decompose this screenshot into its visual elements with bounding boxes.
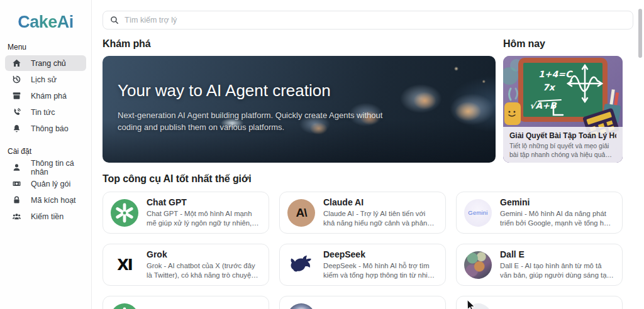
person-icon (12, 163, 21, 172)
today-card-caption: Giải Quyết Bài Tập Toán Lý Hóa Tiết lộ n… (503, 127, 623, 163)
search-input[interactable] (125, 16, 626, 24)
today-card-description: Tiết lộ những bí quyết và mẹo giải bài t… (509, 142, 616, 159)
search-icon (110, 16, 119, 24)
tool-description: Claude AI - Trợ lý AI tiên tiến với khả … (323, 209, 438, 228)
lock-icon (12, 195, 21, 205)
tool-card-grok[interactable]: XIGrokGrok - AI chatbot của X (trước đây… (103, 244, 269, 286)
sidebar-item-label: Quản lý gói (31, 180, 70, 188)
bell-icon (12, 124, 21, 133)
tool-description: Chat GPT - Một mô hình AI mạnh mẽ giúp x… (147, 209, 261, 228)
dalle-logo (464, 251, 492, 279)
tool-card-deepseek[interactable]: DeepSeekDeepSeek - Mô hình AI hỗ trợ tìm… (279, 244, 446, 286)
sidebar-item-label: Khám phá (31, 92, 67, 100)
sidebar-item-label: Kiếm tiền (31, 212, 64, 221)
explore-heading: Khám phá (103, 38, 496, 50)
tool-description: Dall E - AI tạo hình ảnh từ mô tả văn bả… (500, 261, 614, 280)
search-bar[interactable] (103, 11, 633, 30)
app-logo[interactable]: CakeAi (0, 13, 91, 32)
sidebar-item-label: Thông báo (31, 124, 69, 133)
tool-name: DeepSeek (323, 249, 438, 259)
app-root: CakeAi Menu Trang chủLịch sửKhám pháTin … (0, 0, 644, 309)
tool-description: Gemini - Mô hình AI đa năng phát triển b… (500, 209, 614, 228)
news-icon (12, 107, 21, 117)
menu-nav: Trang chủLịch sửKhám pháTin tứcThông báo (0, 55, 91, 136)
sidebar-item-label: Thông tin cá nhân (31, 159, 86, 176)
box-icon (12, 91, 21, 100)
gpt-image-logo (111, 303, 138, 309)
tool-name: Claude AI (323, 197, 438, 207)
section-headings: Khám phá Hôm nay (103, 38, 633, 50)
scrollbar-thumb[interactable] (638, 9, 642, 58)
sidebar-item-label: Trang chủ (31, 59, 66, 68)
sidebar-item-label: Mã kích hoạt (31, 196, 76, 205)
menu-section-label: Menu (8, 43, 91, 52)
sidebar-item-thong-tin-ca-nhan[interactable]: Thông tin cá nhân (5, 160, 86, 175)
history-icon (12, 75, 21, 84)
home-icon (12, 58, 21, 68)
settings-section-label: Cài đặt (8, 147, 91, 156)
deepseek-logo (287, 251, 315, 279)
tool-name: Chat GPT (147, 197, 261, 207)
hero-banner[interactable]: Your way to AI Agent creation Next-gener… (103, 56, 496, 163)
sidebar-item-lich-su[interactable]: Lịch sử (5, 72, 86, 87)
svg-text:1+4=C: 1+4=C (538, 69, 573, 79)
sidebar-item-thong-bao[interactable]: Thông báo (5, 121, 86, 136)
today-heading: Hôm nay (503, 38, 545, 50)
today-card[interactable]: 1+4=C 7x √A+B (503, 56, 623, 163)
tool-card-claude-ai[interactable]: A\Claude AIClaude AI - Trợ lý AI tiên ti… (279, 192, 446, 234)
tool-name: Dall E (500, 249, 614, 259)
hero-title: Your way to AI Agent creation (118, 81, 331, 100)
tool-name: Gemini (500, 197, 614, 207)
sidebar-item-trang-chu[interactable]: Trang chủ (5, 55, 86, 71)
tool-card-gemini[interactable]: GeminiGeminiGemini - Mô hình AI đa năng … (456, 192, 623, 234)
sidebar-item-tin-tuc[interactable]: Tin tức (5, 104, 86, 120)
tool-card-gpt-image[interactable]: GPT Image (103, 296, 269, 309)
gemini-logo: Gemini (464, 199, 492, 227)
leonardo-logo (287, 303, 315, 309)
sidebar-item-quan-ly-goi[interactable]: Quản lý gói (5, 176, 86, 192)
sidebar-item-label: Lịch sử (31, 75, 57, 84)
sidebar-item-ma-kich-hoat[interactable]: Mã kích hoạt (5, 192, 86, 208)
settings-nav: Thông tin cá nhânQuản lý góiMã kích hoạt… (0, 160, 91, 224)
tool-description: DeepSeek - Mô hình AI hỗ trợ tìm kiếm và… (323, 261, 438, 280)
tools-grid: Chat GPTChat GPT - Một mô hình AI mạnh m… (103, 192, 623, 309)
feature-row: Your way to AI Agent creation Next-gener… (103, 56, 633, 163)
sidebar-item-label: Tin tức (31, 108, 55, 117)
card-icon (12, 179, 21, 188)
sidebar-item-kham-pha[interactable]: Khám phá (5, 88, 86, 104)
today-card-title: Giải Quyết Bài Tập Toán Lý Hóa (509, 131, 616, 140)
hero-description: Next-generation AI Agent building platfo… (118, 110, 399, 134)
tool-card-dall-e[interactable]: Dall EDall E - AI tạo hình ảnh từ mô tả … (456, 244, 623, 286)
tool-name: Grok (147, 249, 261, 259)
people-icon (12, 212, 21, 221)
sidebar-item-kiem-tien[interactable]: Kiếm tiền (5, 209, 86, 224)
grok-logo: XI (111, 251, 138, 279)
midjourney-logo (464, 303, 492, 309)
tool-card-chat-gpt[interactable]: Chat GPTChat GPT - Một mô hình AI mạnh m… (103, 192, 269, 234)
chatgpt-logo (111, 199, 138, 227)
tool-card-leonardo[interactable]: Leonardo (279, 296, 446, 309)
tool-description: Grok - AI chatbot của X (trước đây là Tw… (147, 261, 261, 280)
tool-card-midjourney[interactable]: Midjourney (456, 296, 623, 309)
claude-logo: A\ (287, 199, 315, 227)
sidebar: CakeAi Menu Trang chủLịch sửKhám pháTin … (0, 0, 92, 309)
top-tools-heading: Top công cụ AI tốt nhất thế giới (103, 173, 633, 185)
svg-text:7x: 7x (543, 82, 556, 92)
main-content: Khám phá Hôm nay Your way to AI Agent cr… (92, 0, 644, 309)
